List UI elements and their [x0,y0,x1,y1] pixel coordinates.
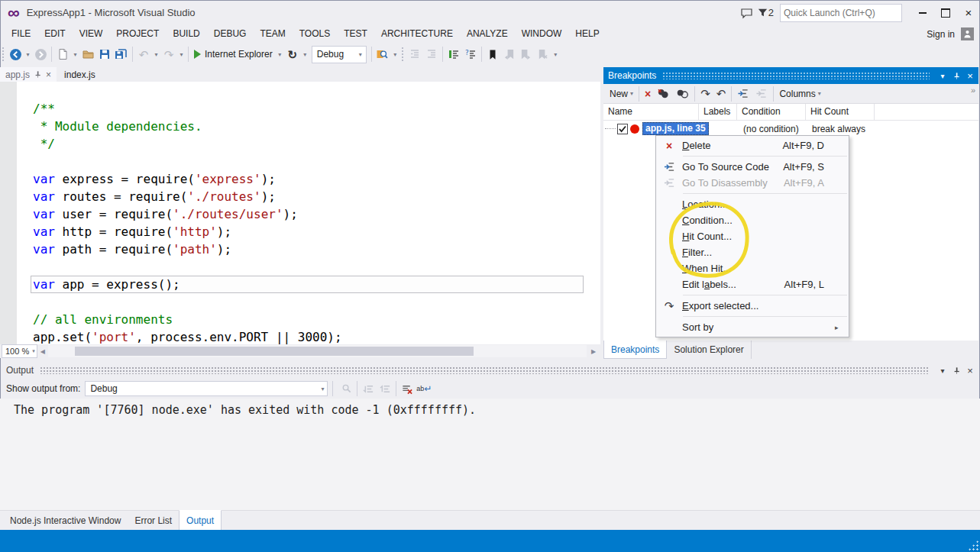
feedback-icon[interactable] [737,5,757,21]
code-editor[interactable]: /** * Module dependencies. */var express… [0,82,600,344]
comment-lines-button[interactable] [445,45,462,63]
redo-dropdown[interactable]: ▾ [177,45,186,63]
navigate-backward-dropdown[interactable]: ▾ [24,45,32,63]
decrease-indent-button[interactable] [406,45,423,63]
toolbar-overflow-dropdown[interactable]: ▾ [551,45,560,63]
open-file-button[interactable] [79,45,96,63]
increase-indent-button[interactable] [423,45,440,63]
context-menu-item-condition[interactable]: Condition... [656,212,849,228]
scroll-left-arrow[interactable]: ◀ [37,348,48,355]
bottom-tab-node-js-interactive-window[interactable]: Node.js Interactive Window [3,511,128,531]
breakpoints-panel-title-bar[interactable]: Breakpoints ▾ × [603,67,978,84]
menu-architecture[interactable]: ARCHITECTURE [374,25,460,43]
close-tab-icon[interactable]: × [46,69,51,80]
context-menu-item-delete[interactable]: ×DeleteAlt+F9, D [656,137,849,153]
output-log[interactable]: The program '[7760] node.exe' has exited… [0,399,980,510]
editor-horizontal-scrollbar[interactable] [48,345,587,357]
context-menu-item-hit-count[interactable]: Hit Count... [656,228,849,244]
quick-launch[interactable] [780,4,902,22]
context-menu-item-export-selected[interactable]: ↷Export selected... [656,298,849,314]
close-button[interactable]: × [957,3,980,23]
close-panel-icon[interactable]: × [963,363,977,377]
context-menu-item-location[interactable]: Location... [656,196,849,212]
menu-test[interactable]: TEST [337,25,374,43]
quick-launch-input[interactable] [781,8,905,18]
menu-file[interactable]: FILE [5,25,37,43]
new-file-button[interactable] [54,45,71,63]
context-menu-item-go-to-source-code[interactable]: Go To Source CodeAlt+F9, S [656,159,849,175]
tab-index-js[interactable]: index.js [57,67,103,82]
delete-all-breakpoints-button[interactable] [654,86,673,102]
output-title-bar[interactable]: Output ▾ × [0,362,980,379]
breakpoint-row[interactable]: app.js, line 35 (no condition) break alw… [603,121,978,137]
scrollbar-thumb[interactable] [75,347,474,356]
panel-tab-solution-explorer[interactable]: Solution Explorer [667,341,751,359]
column-header-name[interactable]: Name [603,104,699,120]
toolbar-grip[interactable] [401,47,405,62]
refresh-dropdown[interactable]: ▾ [301,45,309,63]
column-header-hit-count[interactable]: Hit Count [806,104,875,120]
column-header-labels[interactable]: Labels [699,104,737,120]
import-breakpoints-button[interactable]: ↶ [713,86,729,102]
menu-help[interactable]: HELP [568,25,606,43]
next-message-button[interactable] [377,380,393,397]
save-all-button[interactable] [113,45,130,63]
go-to-source-code-button[interactable] [734,86,752,102]
undo-button[interactable]: ↶ [135,45,152,63]
bottom-tab-output[interactable]: Output [179,510,222,531]
find-in-files-button[interactable] [374,45,391,63]
menu-debug[interactable]: DEBUG [207,25,254,43]
close-panel-icon[interactable]: × [963,69,977,82]
navigate-forward-button[interactable] [32,45,49,63]
menu-team[interactable]: TEAM [253,25,292,43]
editor-zoom-select[interactable]: 100 % ▾ [2,344,37,358]
tab-app-js[interactable]: app.js × [0,67,57,82]
bottom-tab-error-list[interactable]: Error List [128,511,179,531]
breakpoint-checkbox[interactable] [617,124,628,134]
window-position-dropdown[interactable]: ▾ [936,69,949,82]
toolbar-overflow-dropdown[interactable]: ▾ [391,45,399,63]
context-menu-item-edit-labels[interactable]: Edit labels...Alt+F9, L [656,276,849,292]
context-menu-item-filter[interactable]: Filter... [656,244,849,260]
minimize-button[interactable] [911,3,934,23]
refresh-button[interactable]: ↻ [284,45,301,63]
find-message-button[interactable] [338,380,354,397]
next-bookmark-button[interactable] [518,45,535,63]
menu-analyze[interactable]: ANALYZE [460,25,515,43]
pin-icon[interactable] [949,69,963,82]
breakpoint-name[interactable]: app.js, line 35 [642,122,709,135]
menu-window[interactable]: WINDOW [515,25,569,43]
redo-button[interactable]: ↷ [160,45,177,63]
go-to-disassembly-button[interactable] [752,86,771,102]
start-debugging-button[interactable]: Internet Explorer [191,45,276,63]
clear-bookmarks-button[interactable] [535,45,551,63]
resize-grip[interactable] [968,540,978,550]
new-breakpoint-button[interactable]: New ▾ [606,86,636,102]
word-wrap-button[interactable]: ab↵ [416,380,432,397]
previous-message-button[interactable] [360,380,377,397]
scroll-right-arrow[interactable]: ▶ [588,348,599,355]
navigate-backward-button[interactable] [7,45,24,63]
toolbar-grip[interactable] [2,47,5,62]
quick-info-button[interactable]: ? [462,45,479,63]
context-menu-item-sort-by[interactable]: Sort by▸ [656,319,849,335]
toggle-bookmark-button[interactable] [484,45,501,63]
pin-icon[interactable] [949,363,963,377]
previous-bookmark-button[interactable] [501,45,518,63]
clear-all-button[interactable] [399,380,416,397]
export-breakpoints-button[interactable]: ↷ [697,86,713,102]
solution-configurations-select[interactable]: Debug ▾ [312,46,367,63]
maximize-button[interactable] [934,3,957,23]
delete-breakpoint-button[interactable]: × [642,86,654,102]
panel-tab-breakpoints[interactable]: Breakpoints [603,341,667,359]
menu-edit[interactable]: EDIT [37,25,72,43]
pin-icon[interactable] [34,70,42,79]
context-menu-item-when-hit[interactable]: When Hit... [656,260,849,276]
columns-button[interactable]: Columns ▾ [776,86,823,102]
browser-dropdown[interactable]: ▾ [276,45,284,63]
menu-tools[interactable]: TOOLS [293,25,337,43]
output-source-select[interactable]: Debug ▾ [85,381,328,396]
toggle-all-breakpoints-button[interactable] [673,86,692,102]
new-file-dropdown[interactable]: ▾ [71,45,79,63]
column-header-condition[interactable]: Condition [737,104,806,120]
